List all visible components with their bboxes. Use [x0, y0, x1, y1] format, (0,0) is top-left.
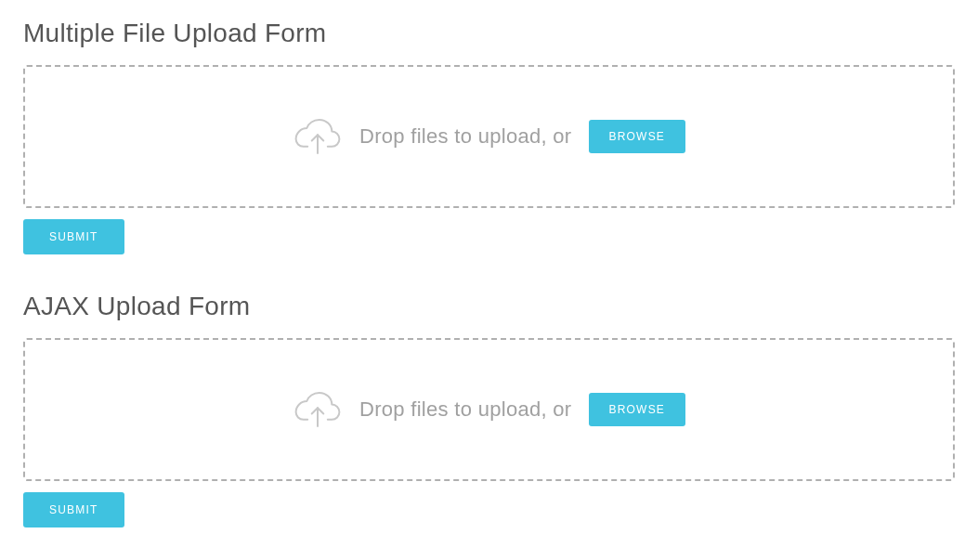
- ajax-upload-dropzone[interactable]: Drop files to upload, or BROWSE: [23, 338, 955, 481]
- cloud-upload-icon: [293, 389, 343, 430]
- multiple-upload-browse-button[interactable]: BROWSE: [589, 120, 686, 153]
- ajax-upload-browse-button[interactable]: BROWSE: [589, 393, 686, 426]
- ajax-upload-title: AJAX Upload Form: [23, 292, 955, 321]
- multiple-upload-title: Multiple File Upload Form: [23, 19, 955, 48]
- multiple-upload-dropzone[interactable]: Drop files to upload, or BROWSE: [23, 65, 955, 208]
- cloud-upload-icon: [293, 116, 343, 157]
- ajax-upload-drop-text: Drop files to upload, or: [359, 397, 572, 422]
- ajax-upload-submit-button[interactable]: SUBMIT: [23, 492, 124, 527]
- multiple-upload-submit-button[interactable]: SUBMIT: [23, 219, 124, 254]
- multiple-file-upload-section: Multiple File Upload Form Drop files to …: [23, 19, 955, 292]
- multiple-upload-drop-text: Drop files to upload, or: [359, 124, 572, 149]
- ajax-upload-section: AJAX Upload Form Drop files to upload, o…: [23, 292, 955, 560]
